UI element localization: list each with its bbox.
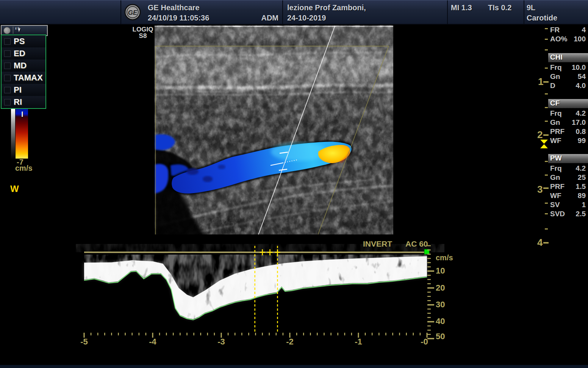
probe-name[interactable]: 9L — [527, 3, 535, 12]
param-label: SVD — [550, 210, 565, 218]
param-value: 89 — [578, 192, 586, 200]
y-axis-unit: cm/s — [436, 253, 453, 262]
header-divider — [120, 0, 121, 24]
ac-value[interactable]: AC 60 — [405, 239, 428, 248]
x-axis-label: -2 — [286, 337, 294, 346]
x-axis-label: -5 — [80, 337, 88, 346]
panel-tick-major — [543, 134, 549, 136]
preset-name[interactable]: Carotide — [527, 14, 557, 22]
param-value: 25 — [578, 173, 586, 182]
section-header-pw[interactable]: PW — [548, 154, 588, 163]
header-divider — [282, 0, 283, 24]
param-label: SV — [550, 201, 560, 209]
param-value: 54 — [578, 72, 586, 81]
ultrasound-screen: GE GE Healthcare 24/10/19 11:05:36 ADM l… — [0, 0, 588, 368]
hourglass-icon — [540, 144, 548, 148]
panel-tick — [545, 175, 548, 176]
param-value: 4 — [582, 26, 586, 34]
param-label: Gn — [550, 72, 560, 81]
panel-tick — [545, 28, 548, 29]
panel-tick-major — [543, 187, 549, 189]
checkbox[interactable] — [4, 75, 11, 81]
param-label: AO% — [550, 35, 567, 43]
colorbar-marker: I — [21, 110, 23, 119]
header-divider — [524, 0, 524, 24]
menu-item-ps[interactable]: PS — [2, 35, 45, 48]
param-row-cf-frq: Frq 4.2 — [549, 109, 586, 118]
caliper-marks[interactable] — [260, 249, 280, 255]
menu-item-label: PI — [14, 85, 22, 95]
param-row-cf-prf: PRF 0.8 — [549, 127, 586, 137]
checkbox[interactable] — [4, 63, 11, 69]
panel-tick — [545, 228, 548, 230]
param-row-pw-frq: Frq 4.2 — [549, 164, 586, 173]
doppler-baseline[interactable] — [84, 252, 427, 253]
param-row-cf-wf: WF 99 — [549, 137, 586, 146]
menu-item-tamax[interactable]: TAMAX — [2, 72, 45, 84]
checkbox[interactable] — [4, 99, 11, 105]
panel-tick-major — [543, 242, 549, 244]
section-header-cf[interactable]: CF — [548, 99, 588, 108]
panel-tick — [545, 49, 548, 50]
param-label: Frq — [550, 109, 562, 118]
b-mode-image[interactable] — [155, 25, 393, 241]
param-label: PRF — [550, 182, 565, 191]
depth-marker-4: 4 — [537, 237, 543, 248]
menu-item-label: RI — [14, 97, 22, 107]
param-label: Gn — [550, 173, 560, 182]
model-label: LOGIQ S8 — [131, 26, 155, 39]
status-circle-icon — [3, 27, 11, 34]
menu-item-ri[interactable]: RI — [2, 96, 45, 108]
y-axis-label: 20 — [436, 283, 445, 293]
param-value: 10.0 — [572, 63, 586, 72]
spectral-display[interactable]: INVERT AC 60 cm/s 10 20 30 40 50 -5 -4 -… — [76, 234, 477, 348]
patient-name[interactable]: lezione Prof Zamboni, — [287, 3, 366, 12]
section-header-chi[interactable]: CHI — [548, 53, 588, 62]
x-axis-label: -4 — [149, 337, 156, 346]
panel-tick — [545, 203, 548, 204]
header-datetime: 24/10/19 11:05:36 — [148, 14, 209, 22]
ge-logo: GE — [124, 3, 141, 21]
param-label: PRF — [550, 127, 565, 136]
colorbar-unit: cm/s — [15, 164, 33, 173]
param-row-pw-gn: Gn 25 — [549, 173, 586, 182]
param-row-pw-sv: SV 1 — [549, 201, 586, 210]
param-value: 99 — [578, 137, 586, 145]
param-value: 1.5 — [576, 182, 586, 191]
hourglass-icon — [540, 140, 548, 144]
param-row-fr: FR 4 — [549, 26, 586, 35]
param-label: D — [550, 82, 555, 90]
model-line2: S8 — [131, 33, 155, 39]
menu-item-pi[interactable]: PI — [2, 84, 45, 96]
b-mode-tissue — [155, 25, 393, 241]
menu-item-md[interactable]: MD — [2, 60, 45, 72]
y-axis-label: 50 — [436, 332, 445, 341]
menu-item-label: TAMAX — [14, 73, 43, 83]
panel-tick — [545, 39, 548, 40]
x-axis-label: -1 — [355, 337, 362, 346]
exam-date: 24-10-2019 — [287, 14, 326, 22]
param-value: 1 — [582, 201, 586, 209]
panel-tick — [545, 161, 548, 162]
param-label: Frq — [550, 164, 562, 173]
invert-label[interactable]: INVERT — [363, 239, 392, 248]
checkbox[interactable] — [4, 38, 11, 45]
x-axis-label: -0 — [421, 337, 428, 346]
param-value: 4.2 — [576, 109, 586, 118]
body-marker[interactable]: W — [10, 184, 19, 194]
divider — [13, 27, 13, 34]
menu-item-ed[interactable]: ED — [2, 47, 45, 60]
param-value: 100 — [574, 35, 586, 43]
mouse-cursor-icon — [18, 28, 21, 32]
param-row-chi-d: D 4.0 — [549, 82, 586, 91]
param-value: 4.0 — [576, 82, 586, 90]
depth-marker-2: 2 — [537, 129, 543, 141]
checkbox[interactable] — [4, 50, 11, 57]
param-value: 17.0 — [572, 118, 586, 127]
param-row-cf-gn: Gn 17.0 — [549, 118, 586, 127]
panel-tick — [545, 213, 548, 214]
checkbox[interactable] — [4, 87, 11, 93]
param-label: FR — [550, 26, 560, 34]
depth-marker-3: 3 — [537, 184, 543, 195]
param-row-chi-frq: Frq 10.0 — [549, 63, 586, 72]
